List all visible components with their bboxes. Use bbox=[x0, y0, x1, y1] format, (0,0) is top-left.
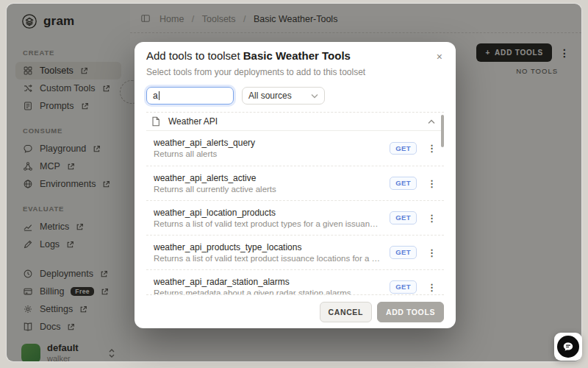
text-caret bbox=[159, 91, 159, 100]
tool-row[interactable]: weather_api_location_products Returns a … bbox=[146, 200, 444, 235]
source-filter-value: All sources bbox=[248, 91, 306, 101]
tool-row[interactable]: weather_api_products_type_locations Retu… bbox=[146, 235, 444, 269]
dialog-subtitle: Select tools from your deployments to ad… bbox=[146, 67, 444, 77]
tool-description: Returns a list of valid text product iss… bbox=[154, 253, 382, 263]
tool-row[interactable]: weather_api_alerts_active Returns all cu… bbox=[146, 166, 444, 200]
tool-menu-button[interactable]: ⋮ bbox=[424, 247, 440, 258]
tool-name: weather_api_products_type_locations bbox=[154, 242, 382, 253]
document-icon bbox=[151, 116, 160, 127]
tool-menu-button[interactable]: ⋮ bbox=[424, 213, 440, 224]
chat-bubble-icon bbox=[557, 336, 579, 358]
app-frame: gram CREATE Toolsets Custom Tools Prompt… bbox=[0, 0, 588, 368]
search-input[interactable]: a bbox=[146, 87, 234, 105]
search-value: a bbox=[153, 91, 158, 101]
http-method-badge: GET bbox=[390, 246, 417, 259]
tool-name: weather_api_radar_station_alarms bbox=[154, 277, 382, 288]
tool-description: Returns all alerts bbox=[154, 149, 382, 159]
source-filter-select[interactable]: All sources bbox=[242, 87, 325, 105]
tool-row[interactable]: weather_api_radar_station_alarms Returns… bbox=[146, 269, 444, 294]
chevron-up-icon bbox=[428, 119, 435, 124]
tool-name: weather_api_location_products bbox=[154, 208, 382, 219]
tool-name: weather_api_alerts_active bbox=[154, 173, 382, 184]
tool-list: Weather API weather_api_alerts_query Ret… bbox=[146, 112, 444, 294]
http-method-badge: GET bbox=[390, 177, 417, 190]
tool-menu-button[interactable]: ⋮ bbox=[424, 143, 440, 154]
http-method-badge: GET bbox=[390, 280, 417, 294]
add-tools-dialog: Add tools to toolset Basic Weather Tools… bbox=[135, 42, 456, 328]
tool-name: weather_api_alerts_query bbox=[154, 138, 382, 149]
tool-description: Returns a list of valid text product typ… bbox=[154, 219, 382, 229]
submit-add-tools-button[interactable]: ADD TOOLS bbox=[377, 302, 444, 322]
source-group-header[interactable]: Weather API bbox=[146, 112, 444, 131]
chat-widget-button[interactable] bbox=[554, 333, 582, 361]
scrollbar[interactable] bbox=[441, 115, 444, 147]
tool-row[interactable]: weather_api_alerts_query Returns all ale… bbox=[146, 131, 444, 166]
close-icon[interactable]: × bbox=[435, 49, 444, 64]
tool-description: Returns metadata about a given radar sta… bbox=[154, 288, 382, 295]
chevron-down-icon bbox=[311, 93, 318, 99]
dialog-title: Add tools to toolset Basic Weather Tools bbox=[146, 49, 351, 63]
http-method-badge: GET bbox=[390, 211, 417, 224]
tool-menu-button[interactable]: ⋮ bbox=[424, 178, 440, 189]
cancel-button[interactable]: CANCEL bbox=[320, 302, 372, 322]
tool-menu-button[interactable]: ⋮ bbox=[424, 282, 440, 293]
tool-description: Returns all currently active alerts bbox=[154, 184, 382, 194]
http-method-badge: GET bbox=[390, 142, 417, 155]
dialog-footer: CANCEL ADD TOOLS bbox=[146, 294, 444, 328]
source-group-label: Weather API bbox=[168, 116, 420, 127]
